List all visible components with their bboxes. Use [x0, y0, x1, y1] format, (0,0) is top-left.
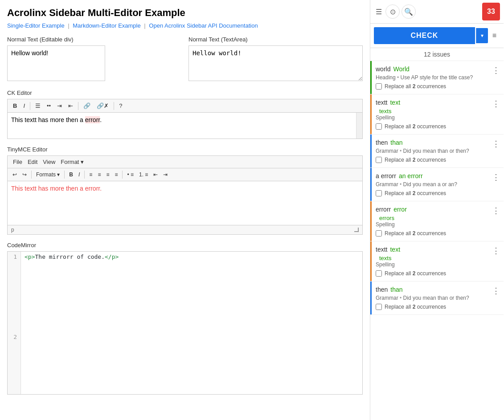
issue-replace-row: Replace all 2 occurrences: [376, 304, 498, 310]
issue-occurrences: 2: [413, 270, 416, 277]
tinymce-align-left-btn[interactable]: ≡: [87, 170, 94, 179]
ck-link-btn[interactable]: 🔗: [81, 101, 93, 110]
tinymce-align-center-btn[interactable]: ≡: [95, 170, 103, 179]
normal-text-div-section: Normal Text (Editable div) Hellow world!: [7, 36, 181, 82]
tinymce-menu-edit[interactable]: Edit: [26, 158, 39, 166]
tinymce-redo-btn[interactable]: ↪: [20, 170, 29, 179]
issue-replace-checkbox[interactable]: [376, 230, 382, 237]
tinymce-menu-format[interactable]: Format ▾: [59, 158, 86, 166]
issue-alt-suggestion[interactable]: texts: [379, 255, 498, 261]
main-content: Acrolinx Sidebar Multi-Editor Example Si…: [0, 0, 370, 420]
page-title: Acrolinx Sidebar Multi-Editor Example: [7, 7, 363, 19]
issue-suggestion[interactable]: text: [390, 246, 400, 253]
issue-more-btn[interactable]: ⋮: [492, 172, 500, 182]
issue-replace-label: Replace all 2 occurrences: [385, 270, 446, 277]
issue-suggestion[interactable]: text: [390, 99, 400, 106]
tinymce-sep-3: [84, 171, 85, 179]
tinymce-content[interactable]: This textt has more then a errorr.: [7, 181, 363, 225]
issue-more-btn[interactable]: ⋮: [492, 99, 500, 109]
issue-occurrences: 2: [413, 230, 416, 237]
ck-indent-btn[interactable]: ⇥: [54, 101, 65, 110]
codemirror-content-2[interactable]: [21, 332, 353, 394]
sidebar-target-logo-btn[interactable]: ⊙: [385, 4, 400, 19]
tinymce-align-justify-btn[interactable]: ≡: [112, 170, 120, 179]
issue-suggestion[interactable]: than: [390, 286, 402, 293]
ck-unordered-list-btn[interactable]: ••: [44, 101, 53, 110]
ck-ordered-list-btn[interactable]: ☰: [33, 101, 43, 110]
issue-card: textttexttexts⋮SpellingReplace all 2 occ…: [370, 94, 504, 135]
codemirror-line-2: 2: [8, 332, 362, 394]
issue-more-btn[interactable]: ⋮: [492, 65, 500, 75]
issue-alt-suggestion[interactable]: texts: [379, 108, 498, 114]
check-button[interactable]: CHECK: [374, 27, 475, 44]
issue-more-btn[interactable]: ⋮: [492, 206, 500, 216]
codemirror-gutter-2: 2: [8, 332, 21, 394]
ck-content-area[interactable]: This textt has more then a errorr.: [7, 112, 363, 139]
tinymce-undo-btn[interactable]: ↩: [10, 170, 19, 179]
ck-outdent-btn[interactable]: ⇤: [66, 101, 76, 110]
tinymce-menubar: File Edit View Format ▾: [7, 155, 363, 168]
filter-icon: ≡: [492, 32, 496, 39]
ck-italic-btn[interactable]: I: [20, 101, 28, 110]
codemirror-tag-close: </p>: [105, 253, 119, 260]
issue-alt-suggestion[interactable]: errors: [379, 215, 498, 221]
issue-meta-text: Did you mean than or then?: [403, 148, 469, 154]
tinymce-italic-btn[interactable]: I: [76, 170, 82, 179]
check-dropdown-btn[interactable]: ▾: [476, 28, 488, 43]
issue-left-bar: [370, 281, 372, 314]
tinymce-path: p: [11, 227, 14, 233]
issue-type: Spelling: [376, 114, 395, 121]
tinymce-menu-view[interactable]: View: [41, 158, 57, 166]
tinymce-bullet-list-btn[interactable]: • ≡: [125, 170, 136, 179]
codemirror-gutter-1: 1: [8, 252, 21, 332]
issue-type: Grammar: [376, 295, 398, 301]
issue-replace-checkbox[interactable]: [376, 83, 382, 90]
ck-help-btn[interactable]: ?: [116, 101, 125, 110]
issue-left-bar: [370, 135, 372, 167]
tinymce-num-list-btn[interactable]: 1. ≡: [137, 170, 150, 179]
issue-type: Grammar: [376, 148, 398, 154]
sidebar-target-icon: ⊙: [390, 8, 396, 16]
issue-more-btn[interactable]: ⋮: [492, 286, 500, 296]
issue-replace-checkbox[interactable]: [376, 190, 382, 196]
normal-text-div-editor[interactable]: Hellow world!: [7, 45, 105, 81]
codemirror-section: CodeMirror 1 <p>The mirrorr of code.</p>…: [7, 242, 363, 395]
tinymce-section: TinyMCE Editor File Edit View Format ▾ ↩…: [7, 146, 363, 235]
issue-replace-checkbox[interactable]: [376, 157, 382, 163]
issue-replace-row: Replace all 2 occurrences: [376, 157, 498, 163]
tinymce-sep-1: [31, 171, 32, 179]
nav-link-api-docs[interactable]: Open Acrolinx Sidebar API Documentation: [149, 22, 258, 29]
tinymce-menu-file[interactable]: File: [11, 158, 24, 166]
filter-btn[interactable]: ≡: [489, 30, 500, 41]
tinymce-align-right-btn[interactable]: ≡: [104, 170, 111, 179]
sidebar-search-btn[interactable]: 🔍: [402, 4, 416, 19]
codemirror-content-1[interactable]: <p>The mirrorr of code.</p>: [21, 252, 353, 332]
sidebar-menu-btn[interactable]: ☰: [374, 6, 384, 18]
issue-suggestion[interactable]: than: [390, 139, 402, 146]
ck-bold-btn[interactable]: B: [10, 101, 20, 110]
issue-suggestion[interactable]: World: [393, 65, 409, 73]
issue-suggestion[interactable]: an errorr: [399, 172, 423, 179]
issue-more-btn[interactable]: ⋮: [492, 246, 500, 256]
issue-header: a errorran errorr: [376, 172, 498, 179]
ck-separator-3: [114, 102, 114, 110]
ck-unlink-btn[interactable]: 🔗✗: [94, 101, 111, 110]
tinymce-formats-btn[interactable]: Formats ▾: [34, 170, 62, 179]
nav-link-single-editor[interactable]: Single-Editor Example: [7, 22, 65, 29]
normal-editors-row: Normal Text (Editable div) Hellow world!…: [7, 36, 363, 82]
codemirror-editor[interactable]: 1 <p>The mirrorr of code.</p> 2: [7, 251, 363, 395]
tinymce-indent-btn[interactable]: ⇥: [161, 170, 170, 179]
tinymce-outdent-btn[interactable]: ⇤: [151, 170, 160, 179]
issue-occurrences: 2: [413, 157, 416, 163]
issue-replace-checkbox[interactable]: [376, 123, 382, 130]
ck-editor-section: CK Editor B I ☰ •• ⇥ ⇤ 🔗 🔗✗ ? This textt…: [7, 90, 363, 139]
ck-scrollbar[interactable]: [356, 113, 362, 139]
issue-replace-checkbox[interactable]: [376, 304, 382, 310]
issue-suggestion[interactable]: error: [393, 206, 407, 213]
tinymce-resize-handle[interactable]: [354, 228, 359, 232]
tinymce-bold-btn[interactable]: B: [67, 170, 75, 179]
issue-more-btn[interactable]: ⋮: [492, 139, 500, 149]
nav-link-markdown-editor[interactable]: Markdown-Editor Example: [73, 22, 140, 29]
issue-replace-checkbox[interactable]: [376, 270, 382, 277]
normal-textarea-editor[interactable]: Hellow world!: [188, 45, 363, 81]
